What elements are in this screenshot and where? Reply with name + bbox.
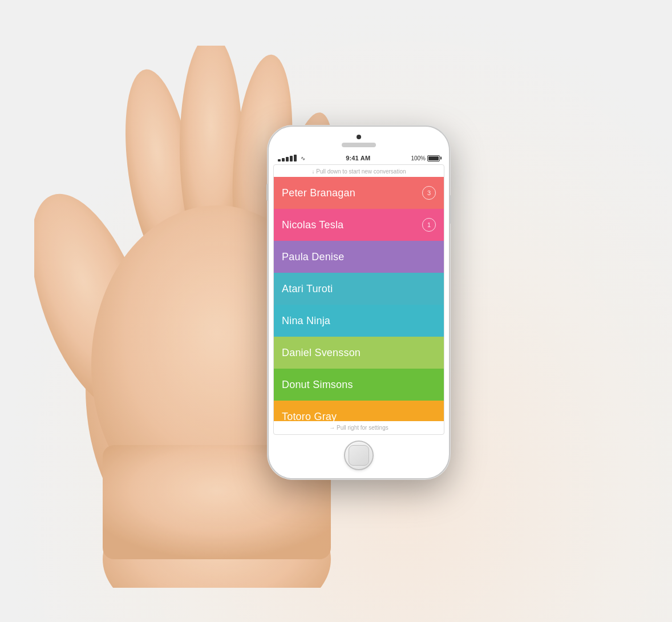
contact-item[interactable]: Daniel Svensson <box>274 337 444 369</box>
home-button[interactable] <box>344 441 374 470</box>
home-button-inner <box>349 445 369 466</box>
contact-item[interactable]: Atari Turoti <box>274 273 444 305</box>
battery-icon <box>427 155 440 161</box>
front-camera <box>357 135 361 139</box>
phone-top <box>269 127 449 152</box>
contact-name: Paula Denise <box>282 251 344 263</box>
unread-badge: 1 <box>422 218 436 232</box>
scene: ∿ 9:41 AM 100% ↓ Pull down to start new … <box>0 0 672 622</box>
contact-item[interactable]: Totoro Gray <box>274 401 444 421</box>
contact-name: Nicolas Tesla <box>282 219 343 231</box>
unread-badge: 3 <box>422 186 436 200</box>
battery-area: 100% <box>411 155 440 161</box>
contact-item[interactable]: Nicolas Tesla1 <box>274 209 444 241</box>
signal-bar-2 <box>282 158 285 161</box>
signal-bar-1 <box>278 159 281 161</box>
battery-percent: 100% <box>411 155 426 161</box>
contact-name: Donut Simsons <box>282 379 353 391</box>
contact-item[interactable]: Donut Simsons <box>274 369 444 401</box>
contact-list: Peter Branagan3Nicolas Tesla1Paula Denis… <box>274 177 444 421</box>
phone-device: ∿ 9:41 AM 100% ↓ Pull down to start new … <box>268 126 450 479</box>
signal-bar-4 <box>290 156 293 161</box>
contact-name: Daniel Svensson <box>282 347 361 359</box>
app-screen: ↓ Pull down to start new conversation Pe… <box>273 164 444 435</box>
wifi-icon: ∿ <box>301 155 305 161</box>
contact-name: Nina Ninja <box>282 315 330 327</box>
pull-right-hint: → Pull right for settings <box>274 421 444 434</box>
pull-down-hint: ↓ Pull down to start new conversation <box>274 165 444 177</box>
signal-strength <box>278 155 297 161</box>
status-bar: ∿ 9:41 AM 100% <box>269 152 449 164</box>
contact-name: Peter Branagan <box>282 187 355 199</box>
signal-bar-3 <box>286 157 289 161</box>
contact-item[interactable]: Paula Denise <box>274 241 444 273</box>
contact-item[interactable]: Peter Branagan3 <box>274 177 444 209</box>
contact-item[interactable]: Nina Ninja <box>274 305 444 337</box>
status-time: 9:41 AM <box>346 155 370 161</box>
signal-bar-5 <box>294 155 297 161</box>
battery-fill <box>428 156 439 160</box>
contact-name: Atari Turoti <box>282 283 333 295</box>
pull-right-text: → Pull right for settings <box>329 425 388 431</box>
pull-down-text: Pull down to start new conversation <box>316 168 406 175</box>
contact-name: Totoro Gray <box>282 411 337 422</box>
signal-area: ∿ <box>278 155 305 161</box>
earpiece-speaker <box>342 143 376 147</box>
